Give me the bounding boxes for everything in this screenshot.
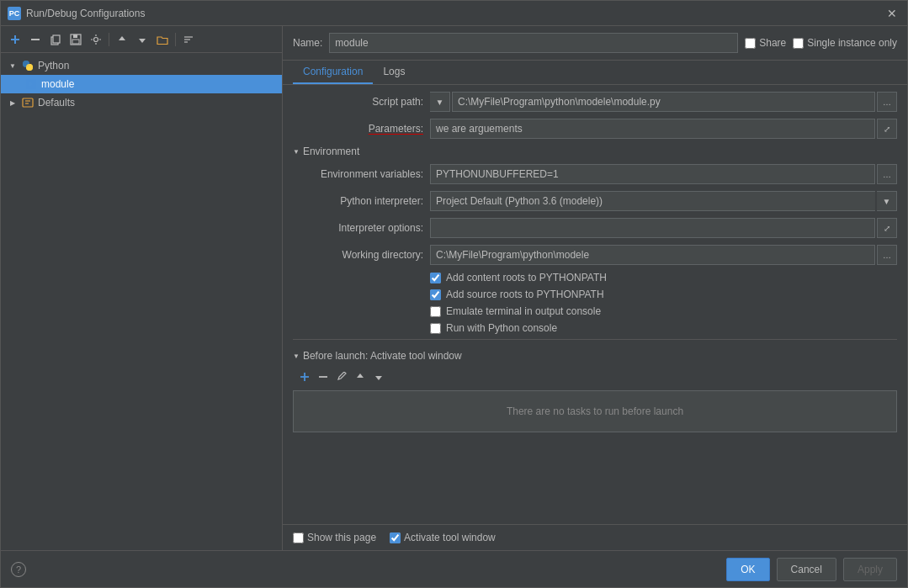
script-path-input-wrap: ▼ … <box>430 92 897 112</box>
save-configuration-button[interactable] <box>66 30 85 49</box>
working-directory-browse-button[interactable]: … <box>877 245 897 265</box>
activate-tool-window-label[interactable]: Activate tool window <box>390 532 496 543</box>
toolbar-separator-2 <box>175 33 176 46</box>
footer: ? OK Cancel Apply <box>1 550 907 587</box>
env-vars-row: Environment variables: … <box>293 164 897 184</box>
module-icon <box>24 77 38 91</box>
share-checkbox[interactable] <box>745 38 756 49</box>
ok-button[interactable]: OK <box>726 558 769 581</box>
folder-button[interactable] <box>153 30 172 49</box>
svg-rect-17 <box>23 98 33 107</box>
tree-item-defaults[interactable]: ▶ Defaults <box>1 93 282 112</box>
python-expand-arrow[interactable]: ▼ <box>8 62 18 70</box>
move-down-button[interactable] <box>133 30 151 49</box>
before-launch-header: ▼ Before launch: Activate tool window <box>293 350 897 362</box>
single-instance-label[interactable]: Single instance only <box>793 37 897 49</box>
emulate-terminal-checkbox[interactable] <box>430 306 441 317</box>
run-python-console-checkbox[interactable] <box>430 323 441 334</box>
defaults-icon <box>21 96 35 109</box>
bottom-checks: Show this page Activate tool window <box>283 524 907 550</box>
working-directory-row: Working directory: … <box>293 245 897 265</box>
tabs-row: Configuration Logs <box>283 61 907 85</box>
emulate-terminal-row: Emulate terminal in output console <box>430 305 897 317</box>
close-button[interactable]: ✕ <box>884 7 900 20</box>
name-input[interactable] <box>329 33 738 53</box>
tab-configuration[interactable]: Configuration <box>293 61 373 84</box>
script-path-input[interactable] <box>452 92 875 112</box>
env-vars-label: Environment variables: <box>293 168 423 180</box>
parameters-row: Parameters: ⤢ <box>293 119 897 139</box>
copy-configuration-button[interactable] <box>46 30 65 49</box>
before-launch-section: ▼ Before launch: Activate tool window <box>293 339 897 432</box>
tree-item-python[interactable]: ▼ Python <box>1 56 282 75</box>
working-directory-input[interactable] <box>430 245 875 265</box>
before-launch-remove-button[interactable] <box>315 368 332 385</box>
toolbar-separator-1 <box>109 33 109 46</box>
before-launch-move-up-button[interactable] <box>352 368 369 385</box>
remove-configuration-button[interactable] <box>26 30 45 49</box>
parameters-expand-button[interactable]: ⤢ <box>877 119 897 139</box>
name-row-right: Share Single instance only <box>745 37 897 49</box>
title-bar: PC Run/Debug Configurations ✕ <box>1 1 907 26</box>
parameters-input[interactable] <box>430 119 875 139</box>
add-configuration-button[interactable] <box>6 30 24 49</box>
tree-item-module[interactable]: module <box>1 75 282 93</box>
apply-button[interactable]: Apply <box>843 558 897 581</box>
environment-collapse-arrow[interactable]: ▼ <box>293 148 300 156</box>
svg-rect-6 <box>73 34 77 38</box>
env-vars-input[interactable] <box>430 164 875 184</box>
add-content-roots-label: Add content roots to PYTHONPATH <box>446 272 607 283</box>
defaults-expand-arrow[interactable]: ▶ <box>8 99 18 107</box>
before-launch-add-button[interactable] <box>296 368 313 385</box>
help-button[interactable]: ? <box>11 562 26 577</box>
python-group-label: Python <box>38 60 69 72</box>
tab-logs[interactable]: Logs <box>373 61 415 84</box>
add-content-roots-checkbox[interactable] <box>430 273 441 283</box>
python-interpreter-label: Python interpreter: <box>293 195 423 207</box>
script-path-browse-button[interactable]: … <box>877 92 897 112</box>
add-source-roots-checkbox[interactable] <box>430 289 441 300</box>
python-interpreter-input[interactable] <box>430 191 875 211</box>
python-interpreter-input-wrap: ▼ <box>430 191 897 211</box>
before-launch-toolbar <box>296 368 897 385</box>
python-group-icon <box>21 59 35 72</box>
settings-button[interactable] <box>87 30 105 49</box>
python-interpreter-dropdown[interactable]: ▼ <box>877 191 897 211</box>
single-instance-checkbox[interactable] <box>793 38 804 49</box>
env-vars-input-wrap: … <box>430 164 897 184</box>
before-launch-move-down-button[interactable] <box>370 368 387 385</box>
working-directory-label: Working directory: <box>293 249 423 261</box>
show-page-label[interactable]: Show this page <box>293 532 376 543</box>
move-up-button[interactable] <box>113 30 131 49</box>
env-vars-browse-button[interactable]: … <box>877 164 897 184</box>
left-toolbar <box>1 26 282 53</box>
interpreter-options-input[interactable] <box>430 218 875 238</box>
before-launch-edit-button[interactable] <box>333 368 350 385</box>
show-page-checkbox[interactable] <box>293 532 304 543</box>
activate-tool-window-checkbox[interactable] <box>390 532 401 543</box>
title-bar-left: PC Run/Debug Configurations <box>8 7 145 20</box>
svg-point-15 <box>26 64 33 71</box>
sort-button[interactable] <box>179 30 198 49</box>
share-checkbox-label[interactable]: Share <box>745 37 786 49</box>
environment-section-label: Environment <box>303 146 359 157</box>
working-directory-input-wrap: … <box>430 245 897 265</box>
interpreter-options-row: Interpreter options: ⤢ <box>293 218 897 238</box>
script-path-type-dropdown[interactable]: ▼ <box>430 92 450 112</box>
footer-right: OK Cancel Apply <box>726 558 897 581</box>
cancel-button[interactable]: Cancel <box>777 558 836 581</box>
before-launch-collapse-arrow[interactable]: ▼ <box>293 352 300 360</box>
window-title: Run/Debug Configurations <box>26 8 145 19</box>
interpreter-options-expand-button[interactable]: ⤢ <box>877 218 897 238</box>
footer-left: ? <box>11 562 26 577</box>
before-launch-label: Before launch: Activate tool window <box>303 350 462 362</box>
script-path-row: Script path: ▼ … <box>293 92 897 112</box>
name-label: Name: <box>293 37 322 49</box>
left-panel: ▼ Python <box>1 26 283 550</box>
add-content-roots-row: Add content roots to PYTHONPATH <box>430 272 897 283</box>
add-source-roots-row: Add source roots to PYTHONPATH <box>430 289 897 300</box>
parameters-label: Parameters: <box>293 123 423 135</box>
run-python-console-row: Run with Python console <box>430 322 897 334</box>
svg-rect-7 <box>72 40 79 44</box>
add-source-roots-label: Add source roots to PYTHONPATH <box>446 289 604 300</box>
